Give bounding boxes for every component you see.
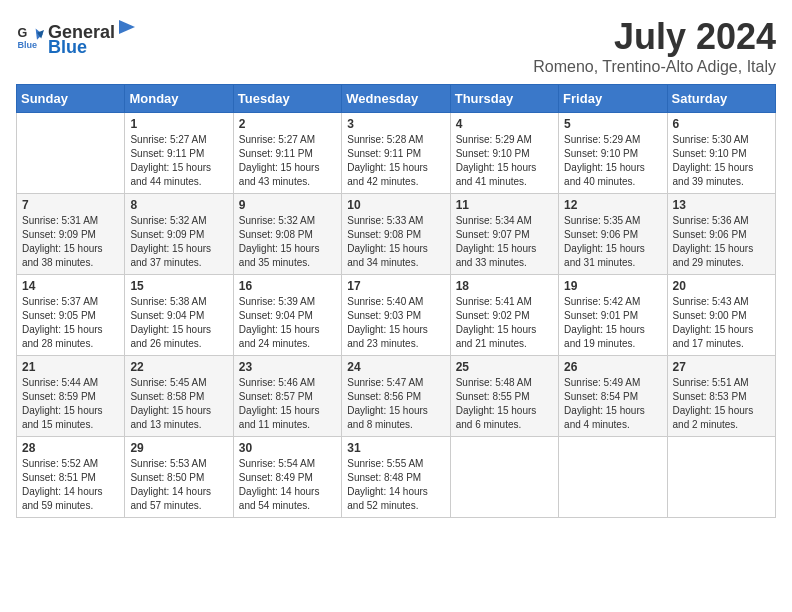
calendar-header-monday: Monday [125, 85, 233, 113]
svg-text:G: G [17, 26, 27, 40]
day-number: 23 [239, 360, 336, 374]
day-number: 26 [564, 360, 661, 374]
day-info: Sunrise: 5:48 AM Sunset: 8:55 PM Dayligh… [456, 376, 553, 432]
day-number: 22 [130, 360, 227, 374]
calendar-cell: 11Sunrise: 5:34 AM Sunset: 9:07 PM Dayli… [450, 194, 558, 275]
calendar-cell: 19Sunrise: 5:42 AM Sunset: 9:01 PM Dayli… [559, 275, 667, 356]
day-number: 4 [456, 117, 553, 131]
day-info: Sunrise: 5:47 AM Sunset: 8:56 PM Dayligh… [347, 376, 444, 432]
day-info: Sunrise: 5:37 AM Sunset: 9:05 PM Dayligh… [22, 295, 119, 351]
calendar-header-sunday: Sunday [17, 85, 125, 113]
day-info: Sunrise: 5:40 AM Sunset: 9:03 PM Dayligh… [347, 295, 444, 351]
calendar-cell: 23Sunrise: 5:46 AM Sunset: 8:57 PM Dayli… [233, 356, 341, 437]
calendar-header-saturday: Saturday [667, 85, 775, 113]
calendar-cell: 8Sunrise: 5:32 AM Sunset: 9:09 PM Daylig… [125, 194, 233, 275]
day-number: 16 [239, 279, 336, 293]
day-number: 17 [347, 279, 444, 293]
calendar-cell: 20Sunrise: 5:43 AM Sunset: 9:00 PM Dayli… [667, 275, 775, 356]
day-info: Sunrise: 5:45 AM Sunset: 8:58 PM Dayligh… [130, 376, 227, 432]
calendar-header-thursday: Thursday [450, 85, 558, 113]
logo-icon: G Blue [16, 23, 44, 51]
calendar-cell: 4Sunrise: 5:29 AM Sunset: 9:10 PM Daylig… [450, 113, 558, 194]
calendar-cell [450, 437, 558, 518]
calendar-cell: 27Sunrise: 5:51 AM Sunset: 8:53 PM Dayli… [667, 356, 775, 437]
day-info: Sunrise: 5:51 AM Sunset: 8:53 PM Dayligh… [673, 376, 770, 432]
calendar-cell: 26Sunrise: 5:49 AM Sunset: 8:54 PM Dayli… [559, 356, 667, 437]
calendar-cell [17, 113, 125, 194]
day-number: 15 [130, 279, 227, 293]
calendar-cell [559, 437, 667, 518]
calendar-cell: 17Sunrise: 5:40 AM Sunset: 9:03 PM Dayli… [342, 275, 450, 356]
day-info: Sunrise: 5:55 AM Sunset: 8:48 PM Dayligh… [347, 457, 444, 513]
calendar-cell: 10Sunrise: 5:33 AM Sunset: 9:08 PM Dayli… [342, 194, 450, 275]
day-number: 1 [130, 117, 227, 131]
calendar-cell: 30Sunrise: 5:54 AM Sunset: 8:49 PM Dayli… [233, 437, 341, 518]
day-info: Sunrise: 5:31 AM Sunset: 9:09 PM Dayligh… [22, 214, 119, 270]
day-number: 30 [239, 441, 336, 455]
calendar-cell: 14Sunrise: 5:37 AM Sunset: 9:05 PM Dayli… [17, 275, 125, 356]
day-number: 6 [673, 117, 770, 131]
day-info: Sunrise: 5:54 AM Sunset: 8:49 PM Dayligh… [239, 457, 336, 513]
calendar-cell: 22Sunrise: 5:45 AM Sunset: 8:58 PM Dayli… [125, 356, 233, 437]
day-info: Sunrise: 5:29 AM Sunset: 9:10 PM Dayligh… [564, 133, 661, 189]
calendar-cell: 9Sunrise: 5:32 AM Sunset: 9:08 PM Daylig… [233, 194, 341, 275]
calendar-cell: 28Sunrise: 5:52 AM Sunset: 8:51 PM Dayli… [17, 437, 125, 518]
svg-text:Blue: Blue [17, 40, 37, 50]
day-number: 9 [239, 198, 336, 212]
day-number: 19 [564, 279, 661, 293]
day-info: Sunrise: 5:43 AM Sunset: 9:00 PM Dayligh… [673, 295, 770, 351]
header: G Blue General Blue July 2024 Romeno, Tr… [16, 16, 776, 76]
calendar-header-row: SundayMondayTuesdayWednesdayThursdayFrid… [17, 85, 776, 113]
day-info: Sunrise: 5:41 AM Sunset: 9:02 PM Dayligh… [456, 295, 553, 351]
day-number: 12 [564, 198, 661, 212]
calendar-week-4: 21Sunrise: 5:44 AM Sunset: 8:59 PM Dayli… [17, 356, 776, 437]
calendar-week-3: 14Sunrise: 5:37 AM Sunset: 9:05 PM Dayli… [17, 275, 776, 356]
day-info: Sunrise: 5:27 AM Sunset: 9:11 PM Dayligh… [239, 133, 336, 189]
page-wrapper: G Blue General Blue July 2024 Romeno, Tr… [16, 16, 776, 518]
calendar-cell: 12Sunrise: 5:35 AM Sunset: 9:06 PM Dayli… [559, 194, 667, 275]
day-info: Sunrise: 5:44 AM Sunset: 8:59 PM Dayligh… [22, 376, 119, 432]
day-info: Sunrise: 5:32 AM Sunset: 9:08 PM Dayligh… [239, 214, 336, 270]
calendar-cell: 13Sunrise: 5:36 AM Sunset: 9:06 PM Dayli… [667, 194, 775, 275]
day-number: 29 [130, 441, 227, 455]
day-number: 28 [22, 441, 119, 455]
calendar-header-friday: Friday [559, 85, 667, 113]
calendar-cell: 21Sunrise: 5:44 AM Sunset: 8:59 PM Dayli… [17, 356, 125, 437]
calendar-cell: 15Sunrise: 5:38 AM Sunset: 9:04 PM Dayli… [125, 275, 233, 356]
day-number: 11 [456, 198, 553, 212]
calendar-week-1: 1Sunrise: 5:27 AM Sunset: 9:11 PM Daylig… [17, 113, 776, 194]
day-info: Sunrise: 5:52 AM Sunset: 8:51 PM Dayligh… [22, 457, 119, 513]
calendar-cell: 31Sunrise: 5:55 AM Sunset: 8:48 PM Dayli… [342, 437, 450, 518]
day-info: Sunrise: 5:36 AM Sunset: 9:06 PM Dayligh… [673, 214, 770, 270]
day-info: Sunrise: 5:27 AM Sunset: 9:11 PM Dayligh… [130, 133, 227, 189]
day-info: Sunrise: 5:28 AM Sunset: 9:11 PM Dayligh… [347, 133, 444, 189]
day-info: Sunrise: 5:39 AM Sunset: 9:04 PM Dayligh… [239, 295, 336, 351]
calendar-cell: 24Sunrise: 5:47 AM Sunset: 8:56 PM Dayli… [342, 356, 450, 437]
day-info: Sunrise: 5:49 AM Sunset: 8:54 PM Dayligh… [564, 376, 661, 432]
calendar-cell: 6Sunrise: 5:30 AM Sunset: 9:10 PM Daylig… [667, 113, 775, 194]
svg-marker-4 [119, 20, 135, 34]
day-number: 3 [347, 117, 444, 131]
day-number: 21 [22, 360, 119, 374]
calendar-cell: 3Sunrise: 5:28 AM Sunset: 9:11 PM Daylig… [342, 113, 450, 194]
calendar-header-tuesday: Tuesday [233, 85, 341, 113]
logo-arrow-icon [117, 16, 137, 38]
calendar-cell: 16Sunrise: 5:39 AM Sunset: 9:04 PM Dayli… [233, 275, 341, 356]
day-number: 13 [673, 198, 770, 212]
calendar-table: SundayMondayTuesdayWednesdayThursdayFrid… [16, 84, 776, 518]
calendar-cell: 2Sunrise: 5:27 AM Sunset: 9:11 PM Daylig… [233, 113, 341, 194]
day-number: 14 [22, 279, 119, 293]
day-info: Sunrise: 5:53 AM Sunset: 8:50 PM Dayligh… [130, 457, 227, 513]
calendar-cell [667, 437, 775, 518]
day-info: Sunrise: 5:33 AM Sunset: 9:08 PM Dayligh… [347, 214, 444, 270]
day-info: Sunrise: 5:30 AM Sunset: 9:10 PM Dayligh… [673, 133, 770, 189]
day-number: 7 [22, 198, 119, 212]
calendar-cell: 29Sunrise: 5:53 AM Sunset: 8:50 PM Dayli… [125, 437, 233, 518]
location-subtitle: Romeno, Trentino-Alto Adige, Italy [533, 58, 776, 76]
day-number: 2 [239, 117, 336, 131]
day-number: 18 [456, 279, 553, 293]
day-number: 20 [673, 279, 770, 293]
calendar-cell: 18Sunrise: 5:41 AM Sunset: 9:02 PM Dayli… [450, 275, 558, 356]
calendar-cell: 1Sunrise: 5:27 AM Sunset: 9:11 PM Daylig… [125, 113, 233, 194]
calendar-week-5: 28Sunrise: 5:52 AM Sunset: 8:51 PM Dayli… [17, 437, 776, 518]
